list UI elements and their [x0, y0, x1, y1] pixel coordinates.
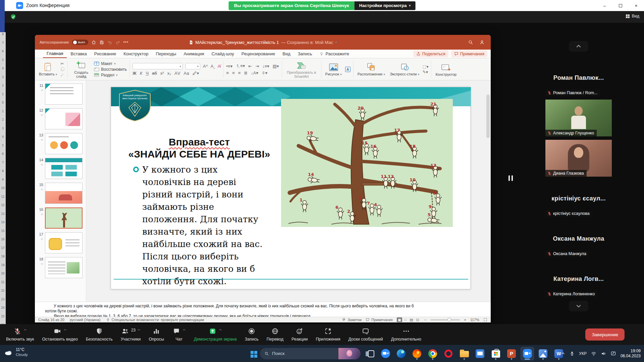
toolbar-people-button[interactable]: 23Участники	[117, 324, 145, 345]
copy-icon[interactable]	[60, 67, 65, 71]
increase-indent-button[interactable]: ⇥	[255, 64, 259, 69]
toolbar-shield-button[interactable]: Безопасность	[82, 324, 117, 345]
home-icon[interactable]	[91, 40, 96, 45]
superscript-button[interactable]: х²	[160, 71, 164, 76]
minimize-button[interactable]: –	[597, 0, 612, 11]
italic-button[interactable]: К	[140, 71, 143, 76]
layout-button[interactable]: Макет▾	[94, 61, 127, 66]
fit-slide-button[interactable]	[483, 318, 487, 322]
section-button[interactable]: Раздел▾	[94, 73, 127, 77]
align-right-button[interactable]: ≡	[238, 70, 241, 75]
toolbar-record-button[interactable]: Запись	[241, 324, 263, 345]
ribbon-tab-4[interactable]: Конструктор	[120, 50, 152, 58]
ribbon-tab-11[interactable]: Расскажите	[316, 50, 353, 58]
slide-thumbnail-14[interactable]: 14☆	[36, 158, 86, 179]
format-painter-icon[interactable]	[60, 73, 65, 77]
align-center-button[interactable]: ≡	[232, 70, 235, 75]
ppt-account-icon[interactable]	[479, 40, 485, 45]
toolbar-camera-button[interactable]: Остановить видео	[38, 324, 82, 345]
increase-font-icon[interactable]: А^	[203, 64, 208, 69]
taskbar-app-zoomapp[interactable]	[521, 347, 534, 360]
close-button[interactable]: ×	[628, 0, 644, 11]
decrease-font-icon[interactable]: Аˬ	[211, 64, 215, 69]
view-settings-dropdown[interactable]: Настройки просмотра▾	[355, 1, 416, 10]
notes-toggle-button[interactable]: Заметки	[342, 318, 362, 322]
slideshow-view-button[interactable]: ⊡	[415, 317, 420, 322]
taskbar-app-task-view[interactable]	[363, 347, 376, 360]
taskbar-app-mail[interactable]	[473, 347, 487, 360]
designer-button[interactable]: Конструктор	[434, 62, 458, 76]
notes-pane[interactable]: У кожного з цих чоловічків на дереві різ…	[35, 302, 491, 317]
font-name-select[interactable]: ▾	[132, 63, 183, 69]
hidden-icons-chevron[interactable]	[561, 351, 565, 356]
taskbar-app-chat[interactable]	[379, 347, 392, 360]
underline-button[interactable]: Ч	[146, 71, 149, 76]
slide-thumbnail-13[interactable]: 13☆	[36, 133, 86, 154]
saved-status-caret[interactable]: ▾	[335, 41, 337, 44]
slide-thumbnail-15[interactable]: 15☆	[36, 183, 86, 204]
slide-scrollbar[interactable]	[486, 83, 490, 278]
clear-format-icon[interactable]: А̸	[218, 64, 221, 69]
end-meeting-button[interactable]: Завершение	[585, 328, 625, 341]
slide-thumbnail-18[interactable]: 18☆	[36, 257, 86, 278]
toolbar-whiteboard-button[interactable]: Доски сообщений	[344, 324, 387, 345]
taskbar-search[interactable]: Поиск	[260, 348, 361, 359]
ribbon-tab-10[interactable]: Запись	[294, 50, 316, 58]
zoom-level[interactable]: 117%	[470, 318, 479, 322]
justify-button[interactable]: ≣	[244, 70, 248, 75]
thumbnail-preview[interactable]	[45, 232, 83, 253]
scroll-participants-up-button[interactable]	[569, 41, 588, 52]
toolbar-globe-button[interactable]: Перевод	[263, 324, 287, 345]
font-size-select[interactable]: ▾	[185, 63, 200, 69]
ribbon-tab-3[interactable]: Рисование	[91, 50, 120, 58]
slide-thumbnail-16[interactable]: 16☆	[36, 207, 86, 229]
undo-icon[interactable]	[107, 40, 112, 45]
language-status[interactable]: русский (Украина)	[70, 318, 101, 322]
shape-fill-icon[interactable]: ⬚▾	[423, 65, 428, 69]
new-slide-button[interactable]: Создать слайд	[70, 60, 92, 78]
subscript-button[interactable]: х₂	[167, 71, 171, 76]
start-button[interactable]	[244, 347, 258, 360]
ribbon-tab-9[interactable]: Вид	[279, 50, 294, 58]
toolbar-reactions-button[interactable]: Реакции	[287, 324, 312, 345]
slide-thumbnail-17[interactable]: 17☆	[36, 232, 86, 253]
tray-mic-icon[interactable]	[570, 351, 575, 356]
kerning-button[interactable]: АV	[174, 71, 180, 76]
text-direction-button[interactable]: ↓А▾	[251, 70, 258, 75]
taskbar-app-store[interactable]	[489, 347, 502, 360]
normal-view-button[interactable]: ▣	[397, 317, 402, 322]
ime-panel-icon[interactable]	[610, 351, 616, 356]
taskbar-app-chrome[interactable]	[426, 347, 439, 360]
thumbnail-preview[interactable]	[45, 158, 83, 179]
weather-widget[interactable]: 11°CCloudy	[4, 347, 28, 357]
ppt-search-icon[interactable]	[468, 40, 473, 45]
toolbar-mic-muted-button[interactable]: Включить звук	[2, 324, 38, 345]
view-button[interactable]: Вид	[626, 14, 639, 18]
ribbon-tab-7[interactable]: Слайд-шоу	[208, 50, 237, 58]
quick-styles-button[interactable]: Экспресс-стили ▾	[388, 62, 421, 76]
numbering-button[interactable]: ⒈≡▾	[236, 63, 245, 69]
autosave-toggle[interactable]: выкл.	[72, 40, 88, 45]
toolbar-chat-button[interactable]: Чат	[168, 324, 190, 345]
taskbar-app-edge[interactable]	[394, 347, 408, 360]
participant-tile[interactable]: Диана Глазкова	[545, 140, 612, 177]
change-case-button[interactable]: Аа	[184, 71, 189, 76]
volume-icon[interactable]	[601, 351, 606, 356]
thumbnail-preview[interactable]	[45, 183, 83, 204]
reset-button[interactable]: Восстановить	[94, 67, 127, 72]
more-commands-icon[interactable]: •••	[123, 40, 129, 45]
ribbon-tab-8[interactable]: Рецензирование	[238, 50, 279, 58]
taskbar-app-photos[interactable]	[536, 347, 550, 360]
slide-thumbnail-12[interactable]: 12☆	[36, 108, 86, 129]
panel-resize-handle[interactable]	[508, 175, 513, 181]
decrease-indent-button[interactable]: ⇤	[248, 64, 252, 69]
strikethrough-button[interactable]: аб	[152, 71, 157, 76]
participant-tile[interactable]: Александр Глущенко	[545, 100, 612, 136]
taskbar-clock[interactable]: 19:09 06.04.2023	[621, 349, 641, 359]
toolbar-share-screen-button[interactable]: Демонстрация экрана	[190, 324, 241, 345]
columns-button[interactable]: ▤▾	[273, 64, 279, 69]
zoom-out-button[interactable]: −	[424, 318, 426, 322]
redo-icon[interactable]	[115, 40, 120, 45]
wifi-icon[interactable]	[591, 351, 596, 356]
ribbon-tab-2[interactable]: Вставка	[67, 50, 90, 58]
